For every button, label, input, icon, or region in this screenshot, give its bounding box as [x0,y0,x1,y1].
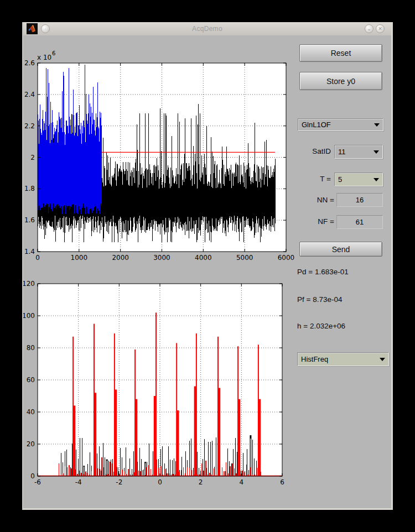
figure-canvas: 01000200030004000500060001.41.61.822.22.… [23,35,391,508]
nf-field[interactable]: 61 [336,215,383,229]
h-readout: h = 2.032e+06 [297,322,345,330]
svg-text:0: 0 [30,472,35,480]
svg-text:2.6: 2.6 [24,59,35,67]
svg-text:4000: 4000 [195,254,212,262]
acqdemo-window: · AcqDemo ⌄ ✕ 01000200030004000500060001… [22,22,393,510]
dropdown-arrow-icon [374,178,379,181]
svg-text:120: 120 [23,280,35,288]
send-button[interactable]: Send [299,242,382,257]
window-titlebar[interactable]: · AcqDemo ⌄ ✕ [23,22,391,36]
minimize-button[interactable]: ⌄ [365,24,374,33]
svg-text:1.4: 1.4 [24,248,35,255]
svg-text:-2: -2 [116,478,122,486]
svg-text:4: 4 [240,478,244,486]
t-label: T = [292,175,331,183]
nn-label: NN = [292,196,334,204]
svg-text:-4: -4 [75,478,82,486]
close-icon: ✕ [378,27,382,32]
pd-readout: Pd = 1.683e-01 [297,268,349,276]
svg-text:2000: 2000 [112,254,129,262]
store-y0-button[interactable]: Store y0 [299,72,382,90]
svg-text:2.2: 2.2 [24,122,35,130]
signal-select-dropdown[interactable]: GlnL1OF [298,118,383,131]
close-button[interactable]: ✕ [376,24,385,33]
dropdown-arrow-icon [374,150,379,154]
dropdown-arrow-icon [374,123,380,127]
svg-text:1.8: 1.8 [24,185,35,192]
t-value: 5 [338,175,342,184]
chevron-down-icon: ⌄ [367,27,371,32]
svg-text:0: 0 [35,254,40,262]
svg-text:2.4: 2.4 [24,91,35,98]
svg-text:3000: 3000 [153,254,170,262]
t-dropdown[interactable]: 5 [334,173,383,186]
hist-mode-value: HistFreq [301,355,328,363]
svg-text:80: 80 [27,344,35,352]
nf-value: 61 [356,218,364,226]
svg-text:x 10: x 10 [37,54,51,61]
signal-select-value: GlnL1OF [302,121,331,129]
svg-text:6: 6 [280,478,284,486]
svg-text:1.6: 1.6 [24,216,35,224]
svg-text:40: 40 [27,408,35,416]
reset-button[interactable]: Reset [299,44,382,62]
desktop: · AcqDemo ⌄ ✕ 01000200030004000500060001… [0,0,415,532]
pf-readout: Pf = 8.73e-04 [297,295,342,304]
svg-text:2: 2 [30,154,35,161]
svg-text:0: 0 [158,478,162,486]
svg-text:5000: 5000 [236,254,253,262]
svg-text:6000: 6000 [278,254,295,262]
svg-text:2: 2 [199,478,203,486]
nf-label: NF = [292,217,334,226]
hist-mode-dropdown[interactable]: HistFreq [297,352,389,366]
svg-text:60: 60 [27,376,35,384]
svg-text:1000: 1000 [71,254,88,262]
satid-label: SatID [292,147,331,155]
svg-text:100: 100 [23,312,35,320]
satid-dropdown[interactable]: 11 [334,145,383,159]
nn-field[interactable]: 16 [336,193,383,207]
window-title: AcqDemo [23,25,391,33]
svg-text:6: 6 [52,50,55,56]
svg-text:20: 20 [27,440,35,448]
dropdown-arrow-icon [380,358,385,361]
satid-value: 11 [338,148,346,156]
nn-value: 16 [356,196,364,204]
svg-text:-6: -6 [34,478,41,486]
